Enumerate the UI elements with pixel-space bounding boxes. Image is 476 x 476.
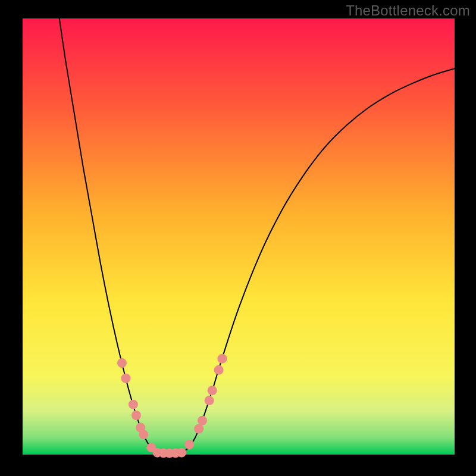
marker-right: [217, 354, 227, 364]
marker-left: [139, 430, 148, 439]
marker-right: [194, 424, 203, 434]
marker-right: [198, 416, 207, 425]
marker-left: [117, 358, 127, 368]
bottleneck-chart: [0, 0, 476, 476]
chart-frame: TheBottleneck.com: [0, 0, 476, 476]
marker-right: [184, 440, 194, 449]
marker-left: [121, 374, 131, 383]
marker-right: [214, 365, 224, 375]
marker-left: [129, 400, 138, 409]
marker-left: [131, 411, 141, 420]
marker-floor: [177, 448, 186, 458]
marker-right: [205, 396, 214, 405]
marker-right: [208, 386, 217, 395]
gradient-background: [23, 18, 455, 455]
